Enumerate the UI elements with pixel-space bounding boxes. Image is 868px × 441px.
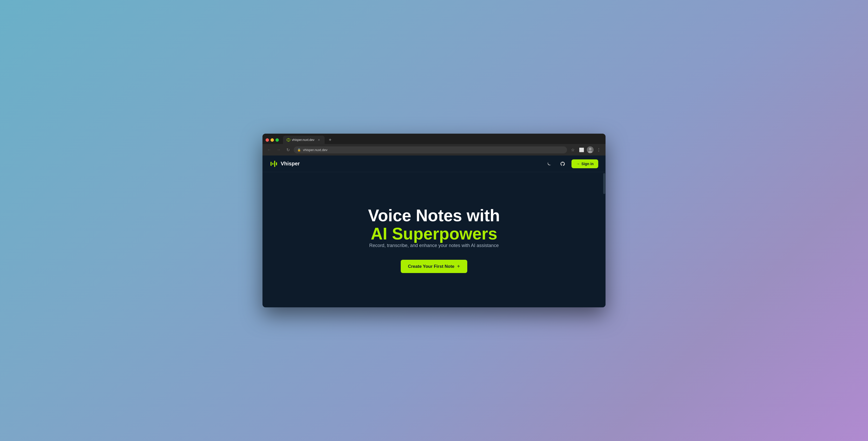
app-content: Vhisper → Sign in bbox=[262, 155, 606, 307]
brand: Vhisper bbox=[270, 160, 300, 168]
signin-icon: → bbox=[576, 162, 580, 166]
browser-chrome: vhisper.nuxt.dev × + ← → ↻ 🔒 vhisper.nux… bbox=[262, 134, 606, 155]
hero-subtitle: Record, transcribe, and enhance your not… bbox=[369, 243, 499, 248]
new-tab-button[interactable]: + bbox=[327, 136, 334, 144]
github-button[interactable] bbox=[558, 159, 567, 169]
minimize-traffic-light[interactable] bbox=[271, 138, 274, 142]
tab-label: vhisper.nuxt.dev bbox=[292, 138, 314, 142]
create-btn-label: Create Your First Note bbox=[408, 264, 455, 269]
brand-name: Vhisper bbox=[281, 161, 300, 167]
create-first-note-button[interactable]: Create Your First Note + bbox=[401, 260, 467, 273]
signin-label: Sign in bbox=[581, 162, 594, 166]
security-lock-icon: 🔒 bbox=[297, 148, 301, 152]
signin-button[interactable]: → Sign in bbox=[571, 159, 598, 168]
bookmark-button[interactable]: ☆ bbox=[569, 146, 577, 153]
browser-menu-button[interactable]: ⋮ bbox=[595, 146, 602, 153]
back-button[interactable]: ← bbox=[266, 146, 273, 153]
create-btn-plus-icon: + bbox=[457, 263, 460, 269]
svg-rect-8 bbox=[276, 162, 277, 165]
svg-point-3 bbox=[589, 148, 591, 150]
browser-tab-active[interactable]: vhisper.nuxt.dev × bbox=[283, 136, 324, 144]
nav-bar: ← → ↻ 🔒 vhisper.nuxt.dev ☆ ⬜ bbox=[262, 144, 606, 155]
svg-rect-7 bbox=[274, 161, 275, 167]
tab-bar: vhisper.nuxt.dev × + bbox=[262, 134, 606, 144]
browser-window: vhisper.nuxt.dev × + ← → ↻ 🔒 vhisper.nux… bbox=[262, 134, 606, 307]
tab-favicon bbox=[287, 138, 290, 142]
forward-button[interactable]: → bbox=[275, 146, 282, 153]
nav-actions: → Sign in bbox=[545, 159, 598, 169]
address-text: vhisper.nuxt.dev bbox=[303, 148, 328, 152]
extensions-button[interactable]: ⬜ bbox=[578, 146, 585, 153]
hero-title-line2: AI Superpowers bbox=[371, 225, 497, 243]
traffic-lights bbox=[266, 138, 279, 142]
reload-button[interactable]: ↻ bbox=[284, 146, 291, 153]
svg-rect-5 bbox=[271, 162, 272, 166]
brand-icon bbox=[270, 160, 278, 168]
maximize-traffic-light[interactable] bbox=[276, 138, 279, 142]
address-bar[interactable]: 🔒 vhisper.nuxt.dev bbox=[294, 146, 567, 153]
scrollbar-thumb[interactable] bbox=[603, 173, 605, 194]
page-scrollbar[interactable] bbox=[603, 172, 606, 307]
user-avatar[interactable] bbox=[587, 146, 594, 153]
hero-title-line1: Voice Notes with bbox=[368, 206, 500, 225]
hero-section: Voice Notes with AI Superpowers Record, … bbox=[262, 172, 606, 307]
tab-close-button[interactable]: × bbox=[317, 138, 321, 142]
app-navbar: Vhisper → Sign in bbox=[262, 155, 606, 172]
close-traffic-light[interactable] bbox=[266, 138, 269, 142]
darkmode-button[interactable] bbox=[545, 159, 554, 169]
nav-right-actions: ☆ ⬜ ⋮ bbox=[569, 146, 602, 153]
svg-rect-6 bbox=[272, 163, 273, 165]
